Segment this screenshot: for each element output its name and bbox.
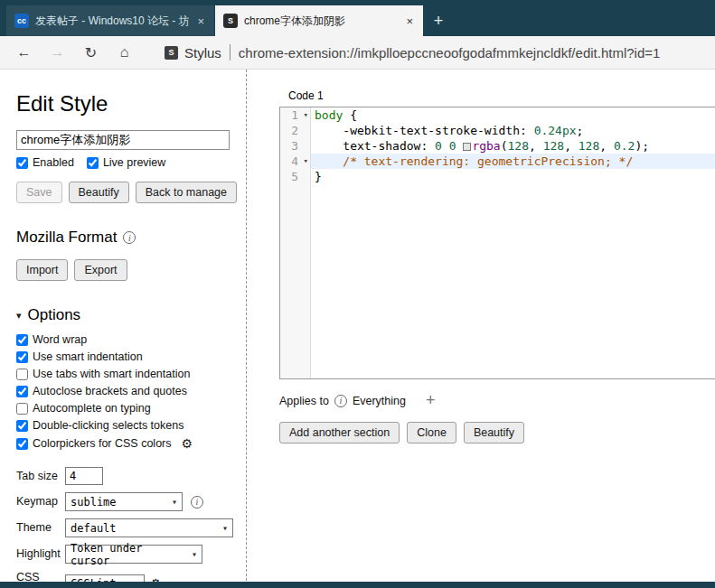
- fold-arrow-icon[interactable]: ▾: [304, 107, 308, 123]
- code-editor[interactable]: 1▾body {2 -webkit-text-stroke-width: 0.2…: [279, 107, 715, 379]
- mozilla-format-title: Mozilla Format: [16, 229, 117, 247]
- code-line[interactable]: 2 -webkit-text-stroke-width: 0.24px;: [280, 123, 715, 138]
- option-autocomplete-on-typing[interactable]: Autocomplete on typing: [16, 402, 246, 415]
- line-number-gutter[interactable]: 4▾: [280, 154, 311, 169]
- checkbox[interactable]: [16, 351, 28, 363]
- add-another-section-button[interactable]: Add another section: [279, 422, 400, 443]
- code-line[interactable]: 4▾ /* text-rendering: geometricPrecision…: [280, 154, 715, 169]
- options-heading[interactable]: ▾ Options: [16, 306, 246, 324]
- field-label: Highlight: [16, 547, 65, 560]
- checkbox-label: Colorpickers for CSS colors: [33, 437, 172, 450]
- gutter-filler: [280, 184, 311, 378]
- highlight-select[interactable]: Token under cursor▾: [65, 545, 202, 564]
- beautify-button[interactable]: Beautify: [464, 422, 524, 443]
- code-token-property: text-shadow: [343, 139, 420, 153]
- beautify-button[interactable]: Beautify: [69, 182, 129, 203]
- refresh-button[interactable]: ↻: [74, 44, 108, 61]
- info-icon[interactable]: i: [191, 496, 203, 509]
- code-text[interactable]: -webkit-text-stroke-width: 0.24px;: [311, 123, 715, 138]
- option-use-tabs-with-smart-indentation[interactable]: Use tabs with smart indentation: [16, 368, 246, 380]
- line-number: 3: [291, 138, 298, 154]
- save-button[interactable]: Save: [16, 182, 62, 203]
- stylus-extension-icon: S: [165, 46, 178, 60]
- checkbox[interactable]: [16, 334, 28, 346]
- forward-button[interactable]: →: [41, 44, 74, 61]
- gear-icon[interactable]: ⚙: [182, 436, 193, 451]
- checkbox[interactable]: [16, 420, 28, 432]
- line-number-gutter[interactable]: 3: [280, 138, 311, 154]
- checkbox[interactable]: [16, 157, 28, 169]
- tab-favicon: cc: [14, 14, 29, 28]
- page-title: Edit Style: [16, 91, 246, 117]
- options-checkbox-list: Word wrapUse smart indentationUse tabs w…: [16, 333, 246, 451]
- color-swatch[interactable]: [463, 143, 471, 151]
- code-text[interactable]: }: [311, 169, 715, 184]
- export-button[interactable]: Export: [74, 259, 127, 281]
- field-theme: Themedefault▾: [16, 518, 246, 537]
- address-bar[interactable]: S Stylus chrome-extension://imkplloepccn…: [165, 44, 715, 61]
- code-line[interactable]: 1▾body {: [280, 107, 715, 123]
- checkbox[interactable]: [16, 403, 28, 415]
- applies-to-value: Everything: [353, 395, 406, 407]
- code-token-atom: rgba: [472, 139, 500, 153]
- mozilla-format-buttons: ImportExport: [16, 259, 246, 281]
- option-colorpickers-for-css-colors[interactable]: Colorpickers for CSS colors⚙: [16, 436, 246, 451]
- checkbox-label: Word wrap: [33, 333, 87, 346]
- checkbox-label: Double-clicking selects tokens: [33, 419, 183, 432]
- code-text[interactable]: body {: [311, 107, 715, 123]
- line-number: 2: [291, 123, 298, 138]
- checkbox[interactable]: [16, 386, 28, 397]
- option-double-clicking-selects-tokens[interactable]: Double-clicking selects tokens: [16, 419, 246, 432]
- line-number: 4: [291, 154, 298, 169]
- back-button[interactable]: ←: [7, 44, 41, 61]
- code-token-tag: body: [315, 108, 343, 122]
- tab-close-icon[interactable]: ×: [195, 14, 206, 28]
- line-number-gutter[interactable]: 5: [280, 169, 311, 184]
- home-button[interactable]: ⌂: [108, 44, 141, 61]
- code-empty[interactable]: [311, 184, 715, 378]
- browser-tab[interactable]: cc发表帖子 - Windows10 论坛 - 坊×: [6, 5, 214, 36]
- checkbox-label: Live preview: [103, 156, 165, 169]
- checkbox[interactable]: [16, 438, 28, 450]
- checkbox[interactable]: [87, 157, 99, 169]
- field-highlight: HighlightToken under cursor▾: [16, 545, 246, 564]
- back-to-manage-button[interactable]: Back to manage: [136, 182, 237, 203]
- taskbar-strip: [0, 582, 715, 588]
- style-name-input[interactable]: [16, 130, 230, 150]
- tab-close-icon[interactable]: ×: [404, 14, 415, 28]
- address-divider: [230, 44, 230, 61]
- url-text[interactable]: chrome-extension://imkplloepccneoofgodaf…: [239, 45, 661, 61]
- line-number-gutter[interactable]: 1▾: [280, 107, 311, 123]
- code-text[interactable]: text-shadow: 0 0 rgba(128, 128, 128, 0.2…: [311, 138, 715, 154]
- keymap-select[interactable]: sublime▾: [65, 492, 183, 511]
- tab-size-input[interactable]: [65, 467, 103, 485]
- chevron-down-icon: ▾: [192, 549, 197, 559]
- checkbox-enabled[interactable]: Enabled: [16, 156, 74, 169]
- import-button[interactable]: Import: [16, 259, 68, 281]
- code-token-property: -webkit-text-stroke-width: [343, 124, 520, 137]
- info-icon[interactable]: i: [334, 395, 347, 407]
- clone-button[interactable]: Clone: [407, 422, 456, 443]
- sidebar: Edit Style EnabledLive preview SaveBeaut…: [0, 70, 247, 581]
- code-token-plain: [456, 139, 464, 153]
- applies-to-label: Applies to: [279, 395, 329, 407]
- add-applies-to-button[interactable]: +: [426, 391, 436, 410]
- option-word-wrap[interactable]: Word wrap: [16, 333, 246, 346]
- code-token-number: 128: [579, 139, 599, 153]
- line-number-gutter[interactable]: 2: [280, 123, 311, 138]
- field-label: Keymap: [16, 495, 65, 508]
- new-tab-button[interactable]: +: [424, 5, 453, 36]
- theme-select[interactable]: default▾: [65, 518, 233, 537]
- code-line[interactable]: 5}: [280, 169, 715, 184]
- option-use-smart-indentation[interactable]: Use smart indentation: [16, 350, 246, 363]
- checkbox-live-preview[interactable]: Live preview: [87, 156, 165, 169]
- code-token-plain: :: [420, 139, 435, 153]
- editor-empty-area[interactable]: [280, 184, 715, 378]
- browser-tab[interactable]: Schrome字体添加阴影×: [215, 5, 423, 36]
- code-text[interactable]: /* text-rendering: geometricPrecision; *…: [311, 154, 715, 169]
- checkbox[interactable]: [16, 369, 28, 380]
- option-autoclose-brackets-and-quotes[interactable]: Autoclose brackets and quotes: [16, 385, 246, 397]
- info-icon[interactable]: i: [123, 231, 136, 244]
- code-line[interactable]: 3 text-shadow: 0 0 rgba(128, 128, 128, 0…: [280, 138, 715, 154]
- fold-arrow-icon[interactable]: ▾: [304, 154, 308, 169]
